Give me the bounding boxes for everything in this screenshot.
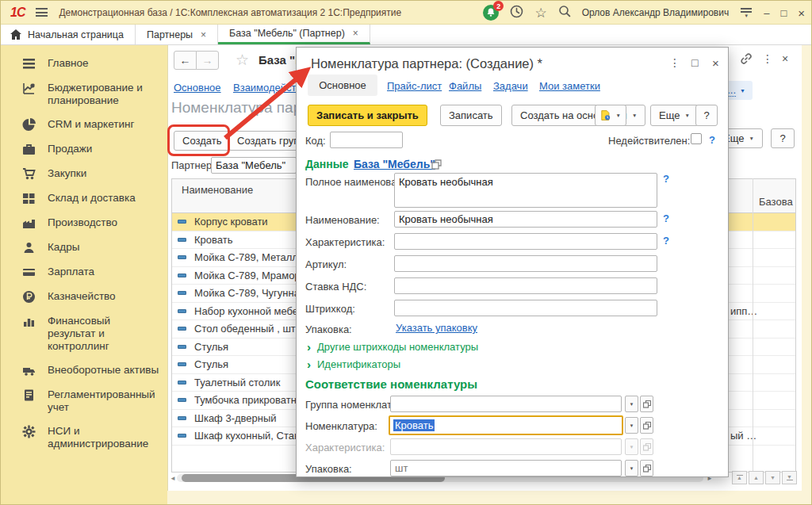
dialog-tab-files[interactable]: Файлы <box>449 80 481 92</box>
file-clock-icon <box>600 109 611 121</box>
sidebar-item-main[interactable]: Главное <box>1 52 167 76</box>
article-input[interactable] <box>394 255 657 272</box>
code-label: Код: <box>305 135 326 147</box>
partner-filter-input[interactable] <box>211 157 297 174</box>
matching-packaging-input[interactable] <box>390 460 622 476</box>
go-first-button[interactable]: ▲ <box>732 471 747 484</box>
service-settings-icon[interactable]: ▼ <box>740 8 753 17</box>
attached-files-button[interactable]: ▼ <box>595 105 626 126</box>
get-link-icon[interactable] <box>739 52 753 69</box>
go-down-button[interactable]: ▼ <box>765 471 780 484</box>
planning-chart-icon <box>22 82 36 95</box>
code-input[interactable] <box>330 132 403 148</box>
dialog-maximize-icon[interactable]: □ <box>691 56 698 69</box>
other-barcodes-expander[interactable]: › Другие штрихкоды номенклатуры <box>307 341 478 353</box>
close-button[interactable]: × <box>798 6 805 20</box>
item-icon <box>178 238 186 242</box>
full-name-help[interactable]: ? <box>663 173 669 185</box>
matching-packaging-dropdown[interactable]: ▼ <box>625 460 638 476</box>
partner-link[interactable]: База "Мебель" <box>354 158 435 170</box>
nomenclature-label: Номенклатура: <box>305 420 377 432</box>
column-divider <box>753 178 753 472</box>
briefcase-icon <box>22 143 36 156</box>
list-window-close-icon[interactable]: × <box>782 52 788 65</box>
sections-sidebar: Главное Бюджетирование и планирование CR… <box>1 45 167 505</box>
sidebar-item-budgeting[interactable]: Бюджетирование и планирование <box>1 76 167 113</box>
sidebar-item-salary[interactable]: Зарплата <box>1 260 167 285</box>
dialog-more-button[interactable]: Еще▼ <box>650 105 699 126</box>
notifications-bell-icon[interactable]: 2 <box>483 5 499 21</box>
nomenclature-combo[interactable]: Кровать <box>389 415 623 435</box>
open-partner-icon[interactable] <box>431 159 442 173</box>
dialog-close-icon[interactable]: × <box>712 56 719 70</box>
maximize-button[interactable]: □ <box>780 7 787 19</box>
back-button[interactable]: ← <box>174 51 197 70</box>
sidebar-item-treasury[interactable]: Казначейство <box>1 285 167 309</box>
favorite-star-icon[interactable]: ☆ <box>236 51 249 69</box>
nomenclature-group-open[interactable] <box>640 396 653 412</box>
forward-button[interactable]: → <box>196 51 219 70</box>
sidebar-item-regulated-accounting[interactable]: Регламентированный учет <box>1 383 167 419</box>
save-and-close-button[interactable]: Записать и закрыть <box>308 105 427 126</box>
nomenclature-group-dropdown[interactable]: ▼ <box>625 396 638 412</box>
nomenclature-selected-value: Кровать <box>393 419 435 431</box>
item-icon <box>178 220 186 224</box>
partner-filter-label: Партнер: <box>171 159 215 171</box>
dialog-menu-icon[interactable]: ⋮ <box>669 56 680 69</box>
tab-home[interactable]: Начальная страница <box>1 25 136 44</box>
dialog-tab-my-notes[interactable]: Мои заметки <box>539 80 600 92</box>
factory-icon <box>22 216 36 230</box>
column-name[interactable]: Наименование <box>182 184 253 196</box>
scroll-left-icon[interactable]: ◄ <box>170 475 176 482</box>
sidebar-item-crm[interactable]: CRM и маркетинг <box>1 113 167 137</box>
full-name-textarea[interactable]: Кровать необычная <box>394 173 657 208</box>
history-icon[interactable] <box>510 5 523 21</box>
dialog-tab-main[interactable]: Основное <box>308 75 377 96</box>
sidebar-item-hr[interactable]: Кадры <box>1 235 167 260</box>
main-menu-icon[interactable] <box>36 8 48 17</box>
tab-base-mebel[interactable]: База "Мебель" (Партнер) × <box>218 25 370 44</box>
minimize-button[interactable]: – <box>764 7 769 19</box>
favorites-star-icon[interactable]: ☆ <box>534 6 546 20</box>
list-window-menu-icon[interactable]: ⋮ <box>762 52 773 65</box>
sidebar-item-production[interactable]: Производство <box>1 211 167 235</box>
nav-link-main[interactable]: Основное <box>174 82 221 94</box>
sidebar-item-nsi-administration[interactable]: НСИ и администрирование <box>1 419 167 456</box>
sidebar-item-sales[interactable]: Продажи <box>1 137 167 162</box>
go-last-button[interactable]: ▼ <box>782 471 797 484</box>
sidebar-item-purchases[interactable]: Закупки <box>1 162 167 186</box>
tab-partners[interactable]: Партнеры × <box>136 25 218 44</box>
characteristic-help[interactable]: ? <box>663 235 669 247</box>
specify-packaging-link[interactable]: Указать упаковку <box>396 322 477 334</box>
column-base-unit[interactable]: Базова <box>759 196 793 208</box>
sidebar-item-finance[interactable]: Финансовый результат и контроллинг <box>1 309 167 358</box>
vat-input[interactable] <box>394 277 657 294</box>
sidebar-item-assets[interactable]: Внеоборотные активы <box>1 358 167 383</box>
invalid-help[interactable]: ? <box>709 134 715 146</box>
barcode-input[interactable] <box>394 300 657 316</box>
nomenclature-group-input[interactable] <box>390 396 622 412</box>
current-user[interactable]: Орлов Александр Владимирович <box>582 7 730 18</box>
invalid-checkbox[interactable] <box>691 133 702 144</box>
matching-characteristic-dropdown: ▼ <box>625 438 638 455</box>
search-icon[interactable] <box>558 5 571 21</box>
dialog-tab-tasks[interactable]: Задачи <box>493 80 528 92</box>
dialog-tab-price-list[interactable]: Прайс-лист <box>387 80 442 92</box>
list-help-button[interactable]: ? <box>771 128 795 148</box>
dialog-help-button[interactable]: ? <box>695 105 718 126</box>
item-icon <box>178 274 186 277</box>
characteristic-input[interactable] <box>394 233 657 250</box>
item-icon <box>178 291 186 295</box>
nomenclature-open[interactable] <box>640 417 653 434</box>
matching-packaging-open[interactable] <box>640 460 653 476</box>
matching-characteristic-open <box>640 438 653 455</box>
nomenclature-dropdown[interactable]: ▼ <box>625 417 638 434</box>
identifiers-expander[interactable]: › Идентификаторы <box>307 358 400 370</box>
go-up-button[interactable]: ▲ <box>749 471 764 484</box>
save-button[interactable]: Записать <box>440 105 502 126</box>
close-tab-icon[interactable]: × <box>353 28 358 39</box>
name-help[interactable]: ? <box>663 212 669 224</box>
close-tab-icon[interactable]: × <box>201 29 206 40</box>
sidebar-item-warehouse[interactable]: Склад и доставка <box>1 186 167 211</box>
name-input[interactable] <box>394 211 657 228</box>
